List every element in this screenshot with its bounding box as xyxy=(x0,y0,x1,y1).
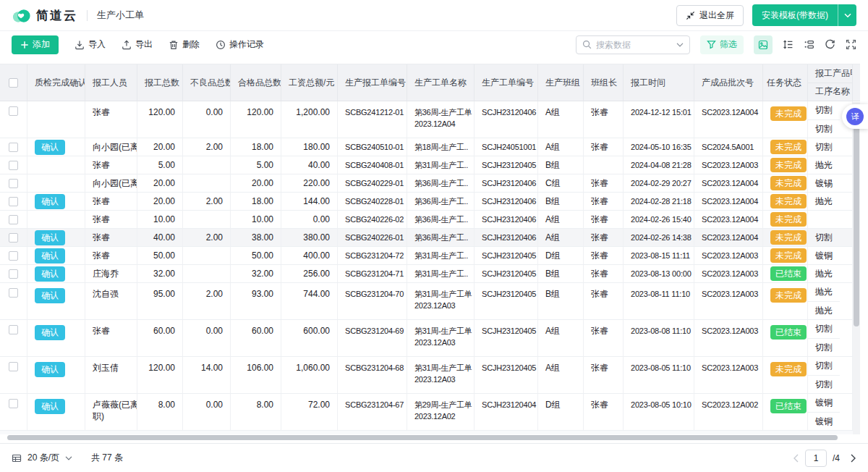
table-row: 确认张睿60.000.0060.00600.00SCBG231204-69第31… xyxy=(0,320,860,357)
cell-team: B组 xyxy=(538,156,584,174)
delete-button[interactable]: 删除 xyxy=(169,38,200,51)
cell-reporter: 刘玉倩 xyxy=(85,357,137,393)
confirm-button[interactable]: 确认 xyxy=(35,266,65,282)
view-mode-button[interactable] xyxy=(754,35,773,54)
export-button[interactable]: 导出 xyxy=(122,38,153,51)
cell-confirm: 确认 xyxy=(27,193,85,210)
col-header-group-title: 报工产品明细 xyxy=(808,64,852,83)
cell-confirm xyxy=(27,211,85,228)
row-checkbox[interactable] xyxy=(9,143,18,152)
page-number-input[interactable]: 1 xyxy=(805,450,827,467)
install-template-button[interactable]: 安装模板(带数据) xyxy=(752,4,838,26)
cell-time: 2023-08-08 11:10 xyxy=(624,320,694,356)
cell-report-no: SCBG231204-68 xyxy=(338,357,407,393)
page-size-select[interactable]: 20 条/页 xyxy=(12,452,72,464)
row-checkbox[interactable] xyxy=(9,179,18,188)
cell-team: A组 xyxy=(538,101,584,138)
row-checkbox[interactable] xyxy=(9,251,18,261)
cell-leader: 张睿 xyxy=(584,101,624,138)
row-checkbox[interactable] xyxy=(9,197,18,206)
cell-processes: 切割 xyxy=(808,138,853,156)
cell-total: 20.00 xyxy=(137,138,183,156)
cell-time: 2023-08-05 10:10 xyxy=(624,394,694,430)
row-checkbox-cell xyxy=(0,357,27,393)
confirm-button[interactable]: 确认 xyxy=(35,399,65,414)
cell-team: D组 xyxy=(538,247,584,264)
status-badge: 未完成 xyxy=(770,288,807,303)
cell-wage: 72.00 xyxy=(281,394,338,430)
operation-log-button[interactable]: 操作记录 xyxy=(216,38,264,51)
translate-fab[interactable]: 译 xyxy=(842,104,868,129)
cell-leader: 张睿 xyxy=(584,283,624,319)
confirm-button[interactable]: 确认 xyxy=(35,325,65,340)
cell-leader: 张睿 xyxy=(584,211,624,228)
row-checkbox-cell xyxy=(0,211,27,228)
cell-defective: 14.00 xyxy=(183,357,231,393)
confirm-button[interactable]: 确认 xyxy=(35,248,65,264)
cell-leader: 张睿 xyxy=(584,247,624,264)
row-checkbox-cell xyxy=(0,265,27,282)
col-header-reporter: 报工人员 xyxy=(85,64,137,101)
col-header-team: 生产班组 xyxy=(538,64,584,101)
total-pages: /4 xyxy=(833,453,840,463)
horizontal-scrollbar[interactable] xyxy=(7,435,838,440)
refresh-button[interactable] xyxy=(825,39,835,50)
row-checkbox[interactable] xyxy=(9,161,18,170)
cell-wage: 600.00 xyxy=(281,320,338,356)
cell-status: 未完成 xyxy=(763,101,808,138)
import-button[interactable]: 导入 xyxy=(75,38,106,51)
cell-defective: 2.00 xyxy=(183,193,231,210)
cell-batch: SC2023.12A003 xyxy=(694,156,763,174)
cell-total: 40.00 xyxy=(137,229,183,246)
logo-text: 简道云 xyxy=(36,7,77,24)
field-settings-button[interactable] xyxy=(804,39,814,50)
row-checkbox[interactable] xyxy=(9,106,18,116)
cell-status: 未完成 xyxy=(763,156,808,174)
cell-reporter: 张睿 xyxy=(85,193,137,210)
cell-leader: 张睿 xyxy=(584,320,624,356)
cell-order-name: 第29周-生产工单 2023.12A02 xyxy=(407,394,475,430)
row-checkbox[interactable] xyxy=(9,325,18,334)
fullscreen-table-button[interactable] xyxy=(846,39,856,50)
confirm-button[interactable]: 确认 xyxy=(35,230,65,245)
row-checkbox-cell xyxy=(0,320,27,356)
status-badge: 已结束 xyxy=(770,399,807,413)
row-checkbox[interactable] xyxy=(9,362,18,371)
status-badge: 未完成 xyxy=(770,140,807,154)
confirm-button[interactable]: 确认 xyxy=(35,140,65,155)
cell-confirm: 确认 xyxy=(27,265,85,282)
cell-order-name: 第31周-生产工.. xyxy=(407,265,475,282)
process-name: 切割 xyxy=(808,101,840,119)
cell-batch: SC2023.12A003 xyxy=(694,283,763,319)
exit-fullscreen-button[interactable]: 退出全屏 xyxy=(676,5,744,26)
cell-status: 未完成 xyxy=(763,247,808,264)
cell-team: A组 xyxy=(538,229,584,246)
data-table: 质检完成确认 报工人员 报工总数 不良品总数 合格品总数 工资总额/元 生产报工… xyxy=(0,64,860,441)
cell-defective: 2.00 xyxy=(183,283,231,319)
prev-page-button[interactable] xyxy=(793,454,799,463)
cell-leader xyxy=(584,156,624,174)
row-checkbox[interactable] xyxy=(9,215,18,224)
cell-defective xyxy=(183,174,231,192)
cell-defective xyxy=(183,211,231,228)
cell-wage: 0.00 xyxy=(281,211,338,228)
select-all-checkbox[interactable] xyxy=(9,78,18,88)
confirm-button[interactable]: 确认 xyxy=(35,194,65,209)
cell-defective: 0.00 xyxy=(183,394,231,430)
row-checkbox[interactable] xyxy=(9,399,18,408)
table-row: 确认张睿20.002.0018.00144.00SCBG240228-01第36… xyxy=(0,193,860,211)
filter-button[interactable]: 筛选 xyxy=(700,35,744,54)
row-checkbox[interactable] xyxy=(9,288,18,298)
row-checkbox[interactable] xyxy=(9,269,18,279)
status-badge: 未完成 xyxy=(770,230,807,245)
row-checkbox[interactable] xyxy=(9,233,18,243)
col-header-leader: 班组长 xyxy=(584,64,624,101)
add-button[interactable]: 添加 xyxy=(12,35,59,54)
confirm-button[interactable]: 确认 xyxy=(35,288,65,303)
confirm-button[interactable]: 确认 xyxy=(35,362,65,377)
row-height-button[interactable] xyxy=(783,39,793,50)
search-input[interactable] xyxy=(596,40,672,50)
next-page-button[interactable] xyxy=(850,454,856,463)
install-template-dropdown[interactable] xyxy=(838,4,856,26)
vertical-scrollbar[interactable] xyxy=(854,109,859,326)
